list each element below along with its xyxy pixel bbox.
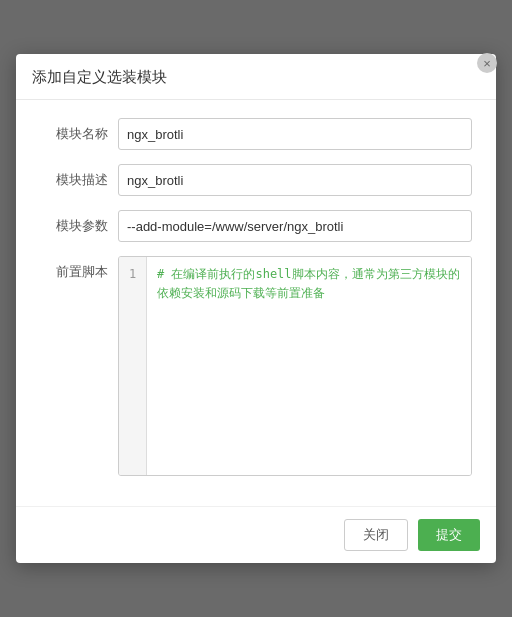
dialog-footer: 关闭 提交 xyxy=(16,506,496,563)
close-icon-button[interactable]: × xyxy=(477,53,497,73)
dialog-header: 添加自定义选装模块 × xyxy=(16,54,496,100)
dialog: 添加自定义选装模块 × 模块名称 模块描述 模块参数 前置脚本 1 xyxy=(16,54,496,563)
module-desc-row: 模块描述 xyxy=(40,164,472,196)
close-button[interactable]: 关闭 xyxy=(344,519,408,551)
module-params-row: 模块参数 xyxy=(40,210,472,242)
line-numbers: 1 xyxy=(119,257,147,475)
module-params-input[interactable] xyxy=(118,210,472,242)
script-comment-text: # 在编译前执行的shell脚本内容，通常为第三方模块的依赖安装和源码下载等前置… xyxy=(157,267,460,300)
module-desc-input[interactable] xyxy=(118,164,472,196)
pre-script-label: 前置脚本 xyxy=(40,256,108,281)
submit-button[interactable]: 提交 xyxy=(418,519,480,551)
pre-script-row: 前置脚本 1 # 在编译前执行的shell脚本内容，通常为第三方模块的依赖安装和… xyxy=(40,256,472,476)
script-content-area[interactable]: # 在编译前执行的shell脚本内容，通常为第三方模块的依赖安装和源码下载等前置… xyxy=(147,257,471,475)
dialog-body: 模块名称 模块描述 模块参数 前置脚本 1 # 在编译前执行的shell脚本 xyxy=(16,100,496,506)
module-name-row: 模块名称 xyxy=(40,118,472,150)
module-name-label: 模块名称 xyxy=(40,118,108,143)
script-editor[interactable]: 1 # 在编译前执行的shell脚本内容，通常为第三方模块的依赖安装和源码下载等… xyxy=(118,256,472,476)
module-params-label: 模块参数 xyxy=(40,210,108,235)
line-number-1: 1 xyxy=(125,265,140,284)
module-name-input[interactable] xyxy=(118,118,472,150)
dialog-title: 添加自定义选装模块 xyxy=(32,68,167,87)
overlay: 添加自定义选装模块 × 模块名称 模块描述 模块参数 前置脚本 1 xyxy=(0,0,512,617)
module-desc-label: 模块描述 xyxy=(40,164,108,189)
